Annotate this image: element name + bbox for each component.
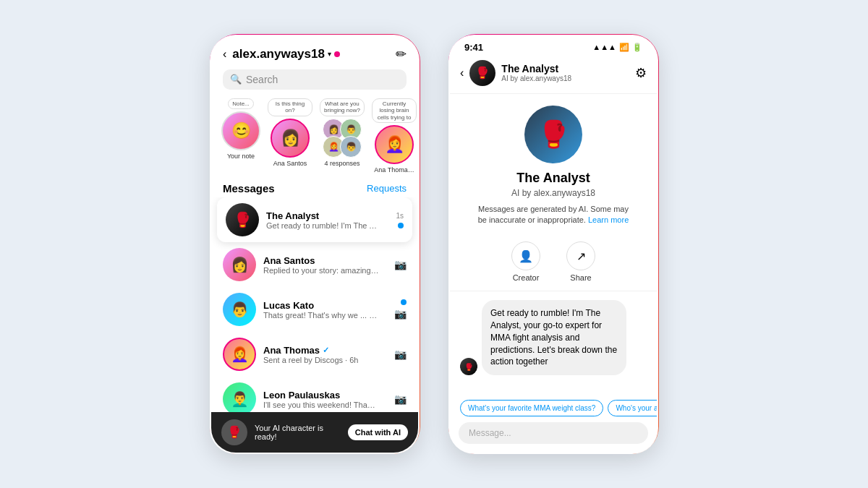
lucas-name: Lucas Kato — [263, 300, 387, 311]
creator-icon: 👤 — [511, 241, 540, 270]
chat-bubble: Get ready to rumble! I'm The Analyst, yo… — [482, 300, 626, 375]
note-box-group: What are you bringing now? — [320, 98, 365, 116]
story-ana-santos[interactable]: Is this thing on? 👩 Ana Santos — [268, 98, 312, 174]
ana-thomas-preview: Sent a reel by Discogs · 6h — [263, 356, 379, 364]
chat-ai-button[interactable]: Chat with AI — [348, 424, 408, 440]
requests-link[interactable]: Requests — [367, 183, 407, 194]
header-subtitle: AI by alex.anyways18 — [501, 74, 629, 82]
story-your-note[interactable]: Note... 😊 Your note — [221, 98, 260, 174]
search-icon: 🔍 — [230, 74, 242, 85]
note-box-at: Currently losing brain cells trying to — [372, 98, 417, 124]
right-phone: 9:41 ▲▲▲ 📶 🔋 ‹ 🥊 The Analyst AI by alex.… — [448, 35, 658, 454]
at-avatar: 👩‍🦰 — [375, 125, 414, 164]
status-icons: ▲▲▲ 📶 🔋 — [592, 43, 642, 52]
action-creator[interactable]: 👤 Creator — [511, 241, 540, 282]
message-item-lucas[interactable]: 👨 Lucas Kato Thats great! That's why we … — [211, 287, 418, 332]
lucas-avatar: 👨 — [223, 293, 256, 326]
camera-icon-ana: 📷 — [394, 259, 407, 270]
back-button[interactable]: ‹ — [223, 48, 226, 61]
left-header: ‹ alex.anyways18 ▾ ✏ — [211, 36, 418, 62]
chat-avatar: 🥊 — [460, 358, 477, 375]
profile-section: 🥊 The Analyst AI by alex.anyways18 Messa… — [450, 94, 657, 235]
story-bubble-note: Note... 😊 — [221, 98, 260, 151]
lucas-content: Lucas Kato Thats great! That's why we ..… — [263, 300, 387, 320]
right-header: ‹ 🥊 The Analyst AI by alex.anyways18 ⚙ — [450, 56, 657, 94]
camera-icon-lucas: 📷 — [394, 308, 407, 320]
share-label: Share — [570, 273, 591, 282]
leon-preview: I'll see you this weekend! Thank... · 14… — [263, 401, 379, 409]
analyst-name: The Analyst — [266, 210, 388, 221]
status-time: 9:41 — [464, 42, 483, 53]
ana-avatar: 👩 — [271, 119, 310, 158]
analyst-avatar: 🥊 — [226, 203, 259, 236]
signal-icon: ▲▲▲ — [592, 43, 616, 51]
left-phone-inner: ‹ alex.anyways18 ▾ ✏ 🔍 Search Note... 😊 — [211, 36, 418, 453]
camera-icon-leon: 📷 — [394, 393, 407, 405]
battery-icon: 🔋 — [632, 43, 642, 52]
edit-button[interactable]: ✏ — [396, 46, 407, 62]
ana-santos-avatar: 👩 — [223, 248, 256, 281]
search-placeholder: Search — [246, 74, 278, 85]
section-header: Messages Requests — [211, 179, 418, 197]
header-left: ‹ alex.anyways18 ▾ — [223, 47, 340, 61]
leon-right: 📷 — [394, 393, 407, 405]
back-button-right[interactable]: ‹ — [460, 67, 464, 80]
story-bubble-group: What are you bringing now? 👩 👨 👩‍🦰 👦 — [320, 98, 365, 158]
leon-content: Leon Paulauskas I'll see you this weeken… — [263, 390, 387, 409]
story-ana-thomas[interactable]: Currently losing brain cells trying to 👩… — [372, 98, 417, 174]
note-avatar: 😊 — [221, 111, 260, 150]
analyst-right: 1s — [396, 212, 404, 228]
online-indicator — [334, 51, 340, 57]
story-label-note: Your note — [227, 153, 255, 160]
story-bubble-ana: Is this thing on? 👩 — [268, 98, 312, 158]
search-bar[interactable]: 🔍 Search — [223, 69, 407, 90]
story-label-at: Ana Thoma… — [374, 166, 414, 174]
ana-santos-right: 📷 — [394, 259, 407, 270]
profile-name: The Analyst — [516, 171, 590, 186]
message-item-ana-thomas[interactable]: 👩‍🦰 Ana Thomas ✓ Sent a reel by Discogs … — [211, 332, 418, 377]
status-bar: 9:41 ▲▲▲ 📶 🔋 — [450, 36, 657, 56]
chat-message-row: 🥊 Get ready to rumble! I'm The Analyst, … — [460, 300, 647, 375]
left-phone: ‹ alex.anyways18 ▾ ✏ 🔍 Search Note... 😊 — [210, 35, 420, 454]
story-responses[interactable]: What are you bringing now? 👩 👨 👩‍🦰 👦 4 r… — [320, 98, 365, 174]
settings-button[interactable]: ⚙ — [635, 65, 647, 81]
message-item-ana-santos[interactable]: 👩 Ana Santos Replied to your story: amaz… — [211, 242, 418, 287]
creator-label: Creator — [513, 273, 540, 282]
lucas-unread — [401, 299, 407, 305]
ana-thomas-right: 📷 — [394, 348, 407, 360]
ana-santos-content: Ana Santos Replied to your story: amazin… — [263, 255, 387, 275]
note-box: Note... — [228, 98, 254, 110]
toast-text: Your AI character is ready! — [255, 424, 341, 441]
ana-thomas-content: Ana Thomas ✓ Sent a reel by Discogs · 6h — [263, 345, 387, 364]
story-label-responses: 4 responses — [324, 160, 359, 167]
share-icon: ↗ — [566, 241, 595, 270]
leon-avatar: 👨‍🦱 — [223, 382, 256, 416]
message-item-analyst[interactable]: 🥊 The Analyst Get ready to rumble! I'm T… — [217, 197, 412, 242]
camera-icon-at: 📷 — [394, 348, 407, 360]
message-input[interactable]: Message... — [459, 422, 648, 444]
chip-1[interactable]: Who's your all-time favorite fighter? — [608, 400, 657, 416]
ana-santos-preview: Replied to your story: amazing · 2h — [263, 266, 379, 275]
learn-more-link[interactable]: Learn more — [588, 215, 629, 224]
analyst-preview: Get ready to rumble! I'm The Analyst... — [266, 221, 382, 230]
analyst-time: 1s — [396, 212, 404, 220]
header-avatar: 🥊 — [469, 60, 495, 86]
profile-by: AI by alex.anyways18 — [511, 188, 595, 198]
group-avatars: 👩 👨 👩‍🦰 👦 — [323, 119, 362, 158]
wifi-icon: 📶 — [619, 43, 629, 52]
ai-toast: 🥊 Your AI character is ready! Chat with … — [211, 412, 418, 453]
action-share[interactable]: ↗ Share — [566, 241, 595, 282]
leon-name: Leon Paulauskas — [263, 390, 387, 401]
story-bubble-at: Currently losing brain cells trying to 👩… — [372, 98, 417, 165]
lucas-right: 📷 — [394, 299, 407, 320]
messages-title: Messages — [223, 182, 275, 194]
username-label: alex.anyways18 — [232, 47, 325, 61]
chat-area: 🥊 Get ready to rumble! I'm The Analyst, … — [450, 291, 657, 399]
dropdown-icon[interactable]: ▾ — [328, 50, 331, 58]
analyst-unread — [398, 223, 404, 228]
profile-avatar: 🥊 — [524, 106, 582, 163]
chip-0[interactable]: What's your favorite MMA weight class? — [460, 400, 603, 416]
action-row: 👤 Creator ↗ Share — [450, 234, 657, 291]
ana-thomas-name: Ana Thomas ✓ — [263, 345, 387, 356]
profile-description: Messages are generated by AI. Some may b… — [474, 204, 633, 226]
